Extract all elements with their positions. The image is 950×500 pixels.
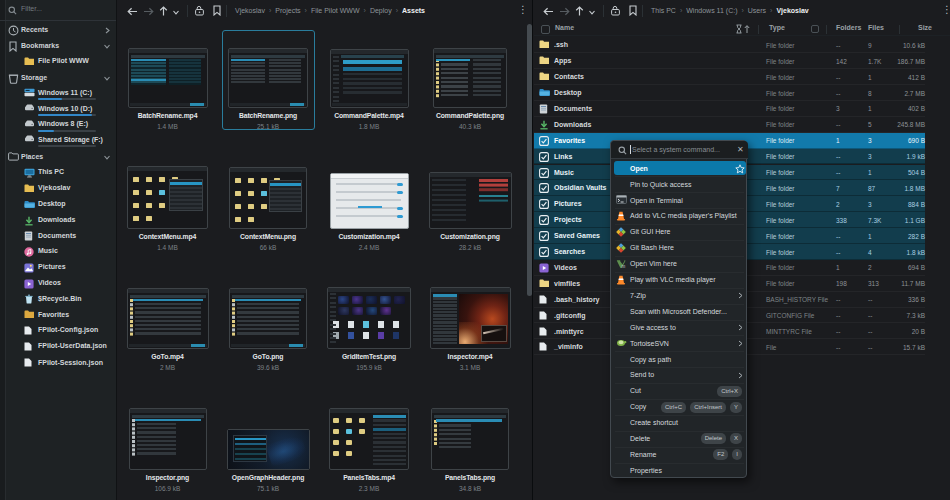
svg-text:m: m [622, 264, 626, 269]
